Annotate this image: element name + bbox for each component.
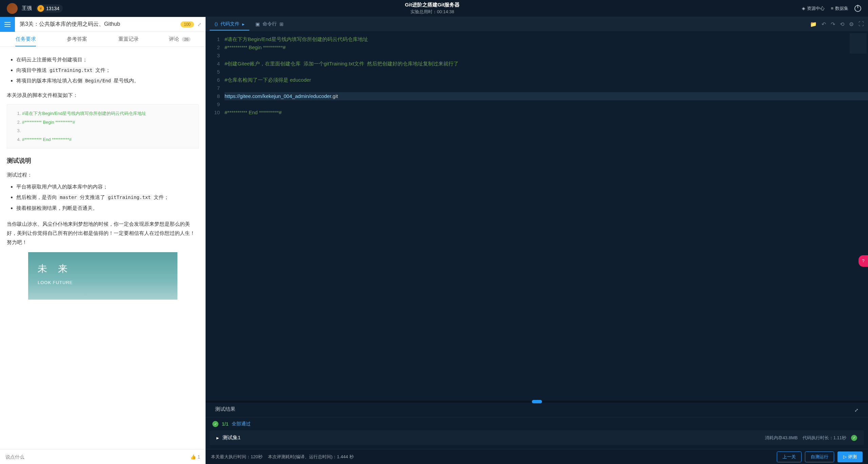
tab-task[interactable]: 任务要求: [0, 32, 52, 46]
cube-icon: ◈: [802, 6, 805, 11]
eval-time: 本次评测耗时(编译、运行总时间)：1.444 秒: [268, 454, 354, 460]
test-heading: 测试说明: [7, 155, 199, 166]
layers-icon: ≡: [831, 6, 833, 11]
score-badge: 100: [180, 21, 194, 27]
top-bar-center: Git进阶之搭建Git服务器 实验总用时：00:14:38: [63, 2, 802, 15]
hamburger-icon: [4, 22, 11, 27]
max-time: 本关最大执行时间：120秒: [211, 454, 263, 460]
resize-handle[interactable]: [206, 401, 868, 403]
results-panel: 测试结果 ⤢ ✓ 1/1 全部通过 ▸ 测试集1 消耗内存43.8MB 代码执行…: [206, 403, 868, 449]
level-header: 第3关：公共版本库的使用之码云、Github 100 ⤢: [0, 17, 206, 32]
elapsed-label: 实验总用时：: [410, 9, 437, 14]
left-panel: 第3关：公共版本库的使用之码云、Github 100 ⤢ 任务要求 参考答案 重…: [0, 17, 206, 464]
editor-toolbar: 📁 ↶ ↷ ⟲ ⚙ ⛶: [810, 21, 864, 27]
thumbs-up-icon: 👍: [190, 454, 196, 460]
editor-tabs: ⟨⟩ 代码文件 ▸ ▣ 命令行 ⊞ 📁 ↶ ↷ ⟲ ⚙ ⛶: [206, 17, 868, 32]
list-item: 向项目中推送 gitTraining.txt 文件；: [16, 65, 199, 75]
username: 王强: [22, 5, 32, 12]
main: 第3关：公共版本库的使用之码云、Github 100 ⤢ 任务要求 参考答案 重…: [0, 17, 868, 464]
redo-icon[interactable]: ↷: [831, 21, 835, 27]
list-item: 然后检测，是否向 master 分支推送了 gitTraining.txt 文件…: [16, 193, 199, 202]
tab-code-file[interactable]: ⟨⟩ 代码文件 ▸: [210, 18, 249, 31]
undo-icon[interactable]: ↶: [822, 21, 826, 27]
level-title: 第3关：公共版本库的使用之码云、Github: [15, 21, 180, 28]
all-pass-label: 全部通过: [232, 421, 251, 427]
test-set-right: 消耗内存43.8MB 代码执行时长：1.11秒 ✓: [765, 435, 857, 441]
like-count: 1: [197, 454, 200, 460]
list-item: 在码云上注册账号并创建项目；: [16, 55, 199, 64]
coin-badge[interactable]: ¥ 13134: [36, 4, 63, 13]
evaluate-label: 评测: [848, 454, 857, 460]
comment-count-badge: 26: [182, 37, 191, 42]
editor-tabs-left: ⟨⟩ 代码文件 ▸ ▣ 命令行 ⊞: [210, 18, 288, 31]
menu-button[interactable]: [0, 17, 15, 32]
page-title: Git进阶之搭建Git服务器: [63, 2, 802, 8]
pass-count: 1/1: [222, 421, 228, 427]
coin-count: 13134: [46, 6, 59, 11]
refresh-icon[interactable]: ⟲: [840, 21, 844, 27]
exec-time: 代码执行时长：1.11秒: [803, 435, 846, 441]
dataset-label: 数据集: [835, 5, 848, 12]
top-bar: 王强 ¥ 13134 Git进阶之搭建Git服务器 实验总用时：00:14:38…: [0, 0, 868, 17]
top-bar-left: 王强 ¥ 13134: [7, 3, 63, 14]
right-panel: ⟨⟩ 代码文件 ▸ ▣ 命令行 ⊞ 📁 ↶ ↷ ⟲ ⚙ ⛶: [206, 17, 868, 464]
bottom-right: 上一关 自测运行 ▷ 评测: [777, 451, 863, 462]
folder-icon[interactable]: 📁: [810, 21, 817, 27]
code-icon: ⟨⟩: [214, 21, 218, 27]
closing-text: 当你跋山涉水、风尘仆仆地来到梦想地的时候，你一定会发现原来梦想是那么的美好，美到…: [7, 219, 199, 247]
elapsed-value: 00:14:38: [437, 9, 454, 14]
tab-terminal-label: 命令行: [263, 21, 277, 27]
task-list: 在码云上注册账号并创建项目； 向项目中推送 gitTraining.txt 文件…: [7, 55, 199, 85]
mem-usage: 消耗内存43.8MB: [765, 435, 798, 441]
tab-terminal[interactable]: ▣ 命令行 ⊞: [251, 18, 288, 31]
help-fab[interactable]: ?: [859, 255, 868, 267]
list-item: 平台将获取用户填入的版本库中的内容；: [16, 182, 199, 191]
minimap[interactable]: [850, 33, 867, 54]
comment-input[interactable]: [5, 454, 187, 460]
fullscreen-icon[interactable]: ⛶: [859, 21, 864, 27]
check-icon: ✓: [212, 421, 218, 427]
bottom-bar: 本关最大执行时间：120秒 本次评测耗时(编译、运行总时间)：1.444 秒 上…: [206, 449, 868, 464]
framework-intro: 本关涉及的脚本文件框架如下：: [7, 90, 199, 100]
plus-box-icon: ⊞: [279, 21, 284, 27]
dataset-link[interactable]: ≡ 数据集: [831, 5, 848, 12]
task-content[interactable]: 在码云上注册账号并创建项目； 向项目中推送 gitTraining.txt 文件…: [0, 47, 206, 449]
test-set-left: ▸ 测试集1: [216, 435, 240, 441]
list-item: 将项目的版本库地址填入右侧 Begin/End 星号线内。: [16, 76, 199, 85]
test-set-row[interactable]: ▸ 测试集1 消耗内存43.8MB 代码执行时长：1.11秒 ✓: [210, 430, 864, 445]
prev-button[interactable]: 上一关: [777, 451, 802, 462]
expand-icon[interactable]: ⤢: [197, 22, 201, 27]
gear-icon[interactable]: ⚙: [849, 21, 854, 27]
test-set-label: 测试集1: [223, 435, 240, 441]
tab-comment-label: 评论: [169, 36, 179, 42]
results-header: 测试结果 ⤢: [206, 403, 868, 418]
expand-results-icon[interactable]: ⤢: [854, 407, 859, 413]
comment-bar: 👍 1: [0, 449, 206, 464]
code-framework: #请在下方Begin/End星号线内填写你所创建的码云代码仓库地址 #*****…: [7, 104, 199, 148]
resource-center-label: 资源中心: [807, 5, 825, 12]
check-icon: ✓: [851, 435, 857, 441]
list-item: 接着根据检测结果，判断是否通关。: [16, 203, 199, 213]
terminal-icon: ▣: [255, 21, 260, 27]
results-summary: ✓ 1/1 全部通过: [206, 418, 868, 430]
tab-answer[interactable]: 参考答案: [52, 32, 103, 46]
tab-comment[interactable]: 评论 26: [154, 32, 206, 46]
resource-center-link[interactable]: ◈ 资源中心: [802, 5, 825, 12]
illustration: 未 来 LOOK FUTURE: [28, 252, 177, 300]
avatar[interactable]: [7, 3, 18, 14]
tab-reset[interactable]: 重置记录: [103, 32, 154, 46]
self-run-button[interactable]: 自测运行: [805, 451, 834, 462]
chevron-right-icon: ▸: [216, 435, 219, 441]
chevron-right-icon: ▸: [242, 21, 245, 27]
code-area[interactable]: #请在下方Begin/End星号线内填写你所创建的码云代码仓库地址 #*****…: [225, 32, 868, 401]
tab-code-file-label: 代码文件: [220, 21, 239, 27]
results-title: 测试结果: [215, 406, 235, 414]
code-editor[interactable]: 12345678910 #请在下方Begin/End星号线内填写你所创建的码云代…: [206, 32, 868, 401]
evaluate-button[interactable]: ▷ 评测: [837, 451, 863, 462]
content-tabs: 任务要求 参考答案 重置记录 评论 26: [0, 32, 206, 47]
like-button[interactable]: 👍 1: [190, 454, 200, 460]
test-list: 平台将获取用户填入的版本库中的内容； 然后检测，是否向 master 分支推送了…: [7, 182, 199, 212]
power-icon[interactable]: [854, 5, 861, 12]
test-process-label: 测试过程：: [7, 170, 199, 179]
illustration-text: 未 来 LOOK FUTURE: [38, 260, 73, 287]
